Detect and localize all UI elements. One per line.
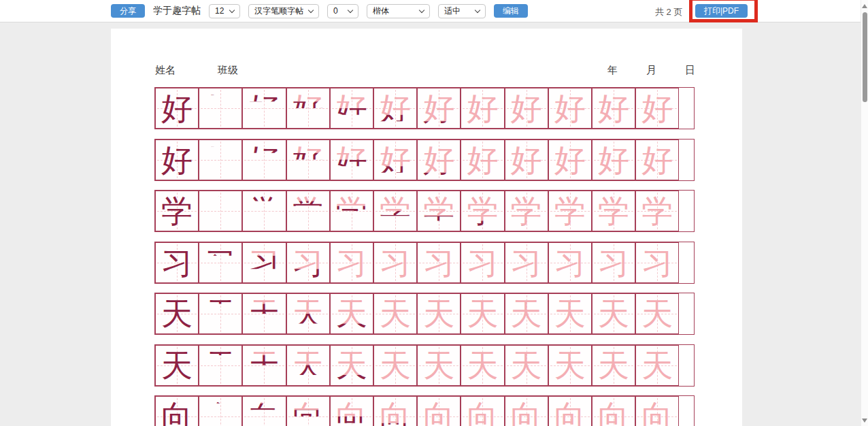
- practice-cell: 天: [373, 293, 417, 334]
- horizontal-guide-line: [157, 263, 197, 263]
- character-row: 好好好好好好好好好好好好好好好好好: [154, 139, 695, 181]
- practice-cell: 好: [635, 88, 679, 129]
- page-count-label: 共 2 页: [655, 6, 682, 18]
- practice-cell: 天: [155, 293, 199, 334]
- practice-cell: 好: [155, 88, 199, 129]
- vertical-guide-line: [614, 398, 614, 426]
- practice-cell: 习: [635, 242, 679, 283]
- print-pdf-button[interactable]: 打印|PDF: [695, 4, 748, 18]
- practice-cell: 向: [155, 396, 199, 426]
- horizontal-guide-line: [201, 108, 240, 109]
- horizontal-guide-line: [419, 263, 458, 263]
- practice-cell: 学: [635, 191, 679, 231]
- horizontal-guide-line: [550, 416, 590, 417]
- font-select[interactable]: 楷体: [367, 4, 430, 18]
- horizontal-guide-line: [288, 108, 328, 109]
- practice-cell: 学学: [330, 191, 373, 231]
- practice-cell: 学: [199, 191, 242, 231]
- practice-cell: 天: [155, 345, 199, 386]
- practice-cell: 学学: [242, 191, 286, 231]
- horizontal-guide-line: [288, 211, 328, 212]
- character-row: 学学学学学学学学学学学学学学学学学学学: [154, 190, 695, 232]
- horizontal-guide-line: [157, 365, 197, 366]
- horizontal-guide-line: [637, 416, 677, 417]
- practice-cell: 好好: [286, 140, 330, 180]
- horizontal-guide-line: [332, 160, 371, 161]
- class-label: 班级: [218, 64, 238, 77]
- grid-count-value: 12: [215, 6, 224, 16]
- horizontal-guide-line: [507, 108, 546, 109]
- scrollbar[interactable]: [861, 0, 868, 426]
- horizontal-guide-line: [550, 108, 590, 109]
- horizontal-guide-line: [244, 314, 284, 314]
- horizontal-guide-line: [244, 365, 284, 366]
- font-value: 楷体: [373, 5, 389, 17]
- vertical-guide-line: [570, 398, 571, 426]
- horizontal-guide-line: [332, 416, 371, 417]
- vertical-guide-line: [657, 398, 658, 426]
- horizontal-guide-line: [507, 160, 546, 161]
- horizontal-guide-line: [594, 263, 633, 263]
- horizontal-guide-line: [550, 160, 590, 161]
- practice-cell: 向向: [242, 396, 286, 426]
- practice-cell: 好好: [373, 140, 417, 180]
- practice-cell: 习: [417, 242, 461, 283]
- worksheet-header: 姓名 班级 年 月 日: [155, 64, 695, 77]
- practice-cell: 好好: [417, 140, 461, 180]
- horizontal-guide-line: [288, 314, 328, 314]
- horizontal-guide-line: [332, 314, 371, 314]
- edit-button[interactable]: 编辑: [494, 4, 528, 18]
- practice-cell: 天: [548, 345, 592, 386]
- practice-cell: 天天: [286, 293, 330, 334]
- vertical-guide-line: [220, 398, 221, 426]
- practice-cell: 向: [635, 396, 679, 426]
- practice-cell: 向向: [417, 396, 461, 426]
- practice-cell: 天: [417, 293, 461, 334]
- blank-count-select[interactable]: 0: [327, 4, 358, 18]
- horizontal-guide-line: [375, 160, 415, 161]
- practice-cell: 向: [592, 396, 635, 426]
- grid-count-select[interactable]: 12: [209, 4, 240, 18]
- character-row: 天天天天天天天天天天天天天天天: [154, 293, 695, 335]
- practice-cell: 天天: [330, 293, 373, 334]
- vertical-guide-line: [308, 398, 309, 426]
- scroll-down-icon[interactable]: [862, 419, 867, 423]
- horizontal-guide-line: [419, 160, 458, 161]
- template-select[interactable]: 汉字笔顺字帖: [248, 4, 319, 18]
- horizontal-guide-line: [419, 314, 458, 314]
- horizontal-guide-line: [594, 416, 633, 417]
- share-button[interactable]: 分享: [111, 4, 145, 18]
- horizontal-guide-line: [157, 108, 197, 109]
- horizontal-guide-line: [419, 211, 458, 212]
- chevron-down-icon: [308, 7, 314, 12]
- practice-cell: 好: [592, 88, 635, 129]
- scrollbar-thumb[interactable]: [863, 12, 867, 102]
- character-row: 天天天天天天天天天天天天天天天: [154, 344, 695, 387]
- chevron-down-icon: [229, 7, 235, 12]
- horizontal-guide-line: [419, 108, 458, 109]
- character-row: 习习习习习习习习习习习习习习: [154, 242, 695, 284]
- scroll-up-icon[interactable]: [862, 4, 867, 8]
- horizontal-guide-line: [288, 160, 328, 161]
- vertical-guide-line: [439, 398, 439, 426]
- practice-cell: 习: [199, 242, 242, 283]
- practice-cell: 好: [199, 88, 242, 129]
- practice-cell: 好: [548, 88, 592, 129]
- spacing-select[interactable]: 适中: [438, 4, 486, 18]
- horizontal-guide-line: [201, 365, 240, 366]
- practice-cell: 好: [505, 140, 548, 180]
- horizontal-guide-line: [637, 365, 677, 366]
- vertical-guide-line: [264, 398, 265, 426]
- practice-cell: 天: [461, 345, 504, 386]
- blank-count-value: 0: [333, 6, 338, 16]
- template-value: 汉字笔顺字帖: [254, 5, 303, 17]
- practice-cell: 天: [417, 345, 461, 386]
- practice-cell: 天: [199, 345, 242, 386]
- horizontal-guide-line: [157, 160, 197, 161]
- horizontal-guide-line: [201, 211, 240, 212]
- practice-cell: 习: [592, 242, 635, 283]
- practice-cell: 好: [505, 88, 548, 129]
- practice-cell: 向: [548, 396, 592, 426]
- horizontal-guide-line: [507, 416, 546, 417]
- practice-cell: 习: [548, 242, 592, 283]
